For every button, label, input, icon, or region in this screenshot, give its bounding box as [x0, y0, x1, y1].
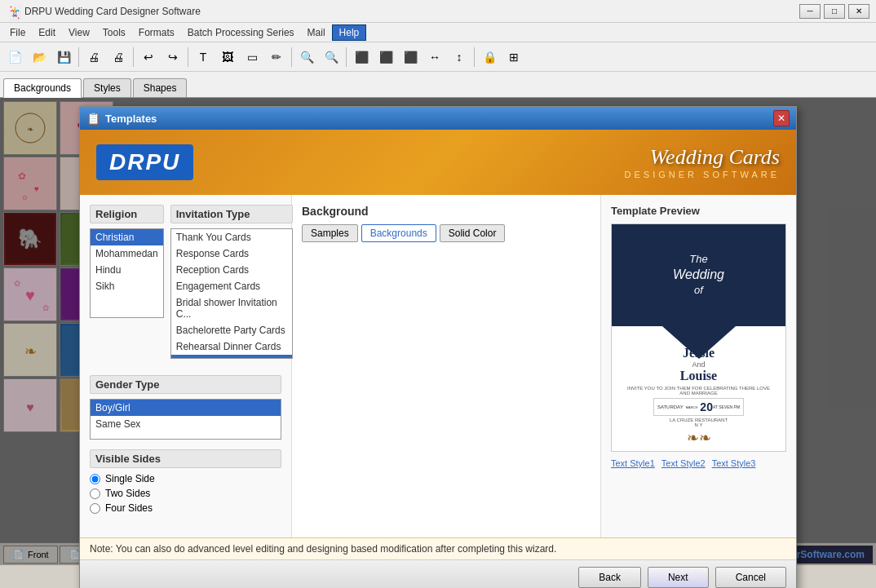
- modal-title-bar: 📋 Templates ✕: [80, 107, 796, 130]
- toolbar-separator-2: [133, 47, 134, 67]
- text-style3-link[interactable]: Text Style3: [712, 458, 756, 468]
- banner-title-main: Wedding Cards: [625, 145, 780, 170]
- bg-tab-samples[interactable]: Samples: [302, 224, 358, 242]
- text-button[interactable]: T: [192, 46, 215, 69]
- menu-edit[interactable]: Edit: [32, 25, 62, 40]
- preview-invite-text: INVITE YOU TO JOIN THEM FOR CELEBRATING …: [615, 386, 782, 396]
- single-side-option[interactable]: Single Side: [90, 473, 281, 484]
- religion-list[interactable]: Christian Mohammedan Hindu Sikh: [90, 228, 164, 318]
- menu-formats[interactable]: Formats: [132, 25, 181, 40]
- wedding-preview: The Wedding of Jessie: [612, 224, 785, 451]
- religion-item-christian[interactable]: Christian: [91, 229, 163, 245]
- two-sides-label: Two Sides: [105, 488, 150, 499]
- close-button[interactable]: ✕: [848, 4, 869, 19]
- print2-button[interactable]: 🖨: [107, 46, 130, 69]
- tab-styles[interactable]: Styles: [83, 78, 131, 97]
- text-style2-link[interactable]: Text Style2: [661, 458, 706, 468]
- two-sides-option[interactable]: Two Sides: [90, 488, 281, 499]
- shape-button[interactable]: ▭: [241, 46, 263, 69]
- four-sides-label: Four Sides: [105, 502, 153, 514]
- gender-same-sex[interactable]: Same Sex: [91, 416, 281, 432]
- religion-column: Religion Christian Mohammedan Hindu Sikh: [90, 205, 164, 367]
- middle-panel: Background Samples Backgrounds Solid Col…: [292, 195, 600, 537]
- menu-help[interactable]: Help: [332, 24, 367, 41]
- tab-shapes[interactable]: Shapes: [133, 78, 188, 97]
- flip-v-button[interactable]: ↕: [448, 46, 471, 69]
- gender-list[interactable]: Boy/Girl Same Sex: [90, 399, 281, 440]
- scroll-indicator: [302, 249, 312, 528]
- redo-button[interactable]: ↪: [161, 46, 184, 69]
- invtype-engagement[interactable]: Engagement Cards: [171, 278, 292, 294]
- group-button[interactable]: ⊞: [502, 46, 525, 69]
- new-button[interactable]: 📄: [3, 46, 26, 69]
- religion-item-hindu[interactable]: Hindu: [91, 262, 163, 278]
- bg-tab-backgrounds[interactable]: Backgrounds: [361, 224, 436, 242]
- toolbar-separator-1: [78, 47, 79, 67]
- zoom-in-button[interactable]: 🔍: [295, 46, 318, 69]
- modal-title: Templates: [105, 113, 773, 125]
- align-right-button[interactable]: ⬛: [374, 46, 397, 69]
- flip-h-button[interactable]: ↔: [423, 46, 446, 69]
- save-button[interactable]: 💾: [52, 46, 75, 69]
- invtype-response[interactable]: Response Cards: [171, 245, 292, 262]
- invtype-rehearsal[interactable]: Rehearsal Dinner Cards: [171, 338, 292, 355]
- toolbar: 📄 📂 💾 🖨 🖨 ↩ ↪ T 🖼 ▭ ✏ 🔍 🔍 ⬛ ⬛ ⬛ ↔ ↕ 🔒 ⊞: [0, 42, 876, 72]
- menu-view[interactable]: View: [62, 25, 96, 40]
- invtype-reception[interactable]: Reception Cards: [171, 262, 292, 278]
- modal-close-button[interactable]: ✕: [773, 110, 790, 126]
- toolbar-separator-6: [474, 47, 475, 67]
- invtype-bachelorette[interactable]: Bachelorette Party Cards: [171, 322, 292, 338]
- menu-tools[interactable]: Tools: [96, 25, 132, 40]
- image-button[interactable]: 🖼: [216, 46, 239, 69]
- visible-sides-label: Visible Sides: [90, 449, 281, 468]
- tab-bar: Backgrounds Styles Shapes: [0, 72, 876, 98]
- maximize-button[interactable]: □: [824, 4, 845, 19]
- four-sides-radio[interactable]: [90, 503, 100, 514]
- single-side-radio[interactable]: [90, 474, 100, 484]
- modal-banner: DRPU Wedding Cards DESIGNER SOFTWARE: [80, 130, 796, 195]
- invtype-wedding[interactable]: Wedding Cards: [171, 355, 292, 359]
- print-button[interactable]: 🖨: [82, 46, 105, 69]
- open-button[interactable]: 📂: [28, 46, 51, 69]
- invtype-column: Invitation Type Thank You Cards Response…: [170, 205, 293, 367]
- window-controls: ─ □ ✕: [799, 4, 869, 19]
- tab-backgrounds[interactable]: Backgrounds: [3, 78, 82, 98]
- align-left-button[interactable]: ⬛: [350, 46, 373, 69]
- templates-modal: 📋 Templates ✕ DRPU Wedding Cards DESIGNE…: [79, 106, 797, 588]
- menu-mail[interactable]: Mail: [301, 25, 332, 40]
- minimize-button[interactable]: ─: [799, 4, 821, 19]
- drpu-logo: DRPU: [96, 144, 193, 180]
- title-bar: 🃏 DRPU Wedding Card Designer Software ─ …: [0, 0, 876, 23]
- invtype-list[interactable]: Thank You Cards Response Cards Reception…: [170, 228, 293, 359]
- religion-item-mohammedan[interactable]: Mohammedan: [91, 245, 163, 262]
- next-button[interactable]: Next: [648, 567, 709, 588]
- app-title: DRPU Wedding Card Designer Software: [24, 6, 799, 17]
- background-label: Background: [302, 205, 591, 218]
- preview-state: N Y: [695, 422, 703, 427]
- cancel-button[interactable]: Cancel: [715, 567, 786, 588]
- draw-button[interactable]: ✏: [265, 46, 288, 69]
- invtype-thankyou[interactable]: Thank You Cards: [171, 229, 292, 245]
- modal-body: Religion Christian Mohammedan Hindu Sikh…: [80, 195, 796, 537]
- gender-section: Gender Type Boy/Girl Same Sex: [90, 375, 281, 440]
- bg-tab-solid[interactable]: Solid Color: [440, 224, 506, 242]
- back-button[interactable]: Back: [578, 567, 641, 588]
- lock-button[interactable]: 🔒: [478, 46, 501, 69]
- align-center-button[interactable]: ⬛: [399, 46, 422, 69]
- preview-label: Template Preview: [611, 205, 786, 217]
- menu-batch[interactable]: Batch Processing Series: [181, 25, 301, 40]
- religion-item-sikh[interactable]: Sikh: [91, 278, 163, 294]
- two-sides-radio[interactable]: [90, 489, 100, 499]
- gender-boy-girl[interactable]: Boy/Girl: [91, 400, 281, 416]
- preview-header-text: The Wedding of: [673, 253, 724, 298]
- four-sides-option[interactable]: Four Sides: [90, 502, 281, 514]
- background-tabs: Samples Backgrounds Solid Color: [302, 224, 591, 242]
- undo-button[interactable]: ↩: [137, 46, 160, 69]
- zoom-out-button[interactable]: 🔍: [320, 46, 343, 69]
- text-style1-link[interactable]: Text Style1: [611, 458, 655, 468]
- modal-footer: Back Next Cancel: [80, 559, 796, 588]
- modal-icon: 📋: [86, 112, 100, 125]
- menu-file[interactable]: File: [3, 25, 32, 40]
- preview-card: The Wedding of Jessie: [611, 223, 786, 452]
- invtype-bridal[interactable]: Bridal shower Invitation C...: [171, 294, 292, 322]
